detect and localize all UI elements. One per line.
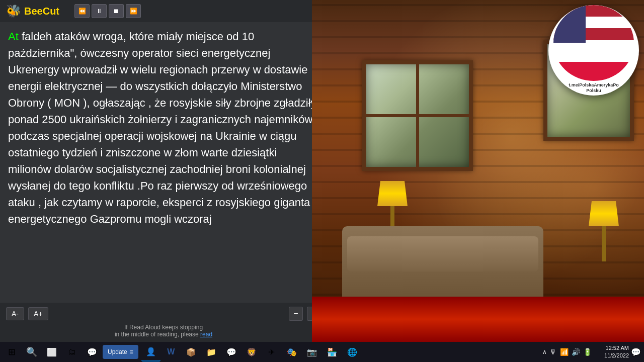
rewind-button[interactable]: ⏪ [74,4,90,18]
taskbar-pin4[interactable]: 🎭 [282,342,301,361]
notice-line2: in the middle of reading, please [115,331,200,338]
taskbar-pin-avatar[interactable]: 👤 [141,342,160,361]
read-aloud-notice: If Read Aloud keeps stopping in the midd… [6,324,321,338]
update-menu-icon: ≡ [130,348,133,355]
taskbar-whatsapp[interactable]: 💬 [222,342,241,361]
clock[interactable]: 12:52 AM 11/2/2022 [594,344,629,360]
channel-badge[interactable]: t.me/PolskaAmerykaPo Polsku [548,5,639,96]
article-text-content: faldeh ataków wroga, które miały miejsce… [8,30,316,225]
taskbar-widgets[interactable]: 🗂 [62,342,82,361]
sofa [342,226,543,302]
taskbar-search[interactable]: 🔍 [22,342,41,361]
taskbar-telegram[interactable]: ✈ [262,342,281,361]
pl-white [553,43,634,62]
us-canton [553,5,586,43]
tray-icons: ∧ 🎙 📶 🔊 🔋 [542,348,592,356]
pl-flag-half [553,43,634,80]
taskbar-gallery[interactable]: 📷 [302,342,321,361]
update-label: Update [108,348,127,355]
clock-date: 11/2/2022 [594,352,629,359]
taskbar-brave[interactable]: 🦁 [242,342,261,361]
font-increase-button[interactable]: A+ [28,307,48,320]
taskbar-chat[interactable]: 💬 [83,342,102,361]
taskbar-pin3[interactable]: 📦 [182,342,201,361]
clock-time: 12:52 AM [594,344,629,352]
taskbar-left: ⊞ 🔍 ⬜ 🗂 💬 Update ≡ 👤 W 📦 📁 [0,342,362,361]
floor-rug [312,297,644,342]
channel-subtext: Polsku [586,88,601,93]
taskbar-store[interactable]: 🏪 [323,342,342,361]
article-body: At faldeh ataków wroga, które miały miej… [8,28,319,227]
notice-line1: If Read Aloud keeps stopping [124,324,203,331]
taskbar-start[interactable]: ⊞ [2,342,21,361]
reader-panel: 🐝 BeeCut ⏪ ⏸ ⏹ ⏩ At faldeh ataków wroga,… [0,0,327,342]
update-button[interactable]: Update ≡ [103,345,138,359]
tray-sound[interactable]: 🔊 [572,348,580,356]
article-text-area[interactable]: At faldeh ataków wroga, które miały miej… [0,22,327,303]
beecut-bee-icon: 🐝 [6,4,21,18]
lamp-right [589,201,619,261]
tray-network[interactable]: 📶 [560,348,569,356]
background-image: t.me/PolskaAmerykaPo Polsku [312,0,644,342]
taskbar-files[interactable]: 📁 [202,342,221,361]
flag-circle [553,5,634,81]
tray-battery[interactable]: 🔋 [583,348,592,356]
controls-row: A- A+ − + [6,307,321,321]
beecut-header: 🐝 BeeCut ⏪ ⏸ ⏹ ⏩ [0,0,327,22]
font-decrease-button[interactable]: A- [6,307,24,320]
taskbar-taskview[interactable]: ⬜ [42,342,61,361]
highlighted-word: At [8,30,19,43]
stop-button[interactable]: ⏹ [109,4,124,18]
lamp-shade-right [589,201,619,226]
taskbar-edge[interactable]: 🌐 [343,342,362,361]
lamp-base-right [602,226,606,261]
taskbar-right: ∧ 🎙 📶 🔊 🔋 12:52 AM 11/2/2022 💬 [542,344,644,360]
read-aloud-link[interactable]: read [200,331,212,338]
tray-mic[interactable]: 🎙 [550,348,557,356]
beecut-logo: 🐝 BeeCut [6,4,59,18]
us-flag-half [553,5,634,43]
forward-button[interactable]: ⏩ [126,4,141,18]
speed-decrease-button[interactable]: − [289,307,303,321]
pl-red [553,62,634,81]
taskbar-notification-icon[interactable]: 💬 [631,347,641,357]
playback-controls: ⏪ ⏸ ⏹ ⏩ [74,4,141,18]
taskbar-word[interactable]: W [162,342,181,361]
bottom-controls: A- A+ − + If Read Aloud keeps stopping i… [0,303,327,342]
us-stripes [553,5,634,43]
channel-url: t.me/PolskaAmerykaPo [569,82,619,87]
tray-chevron[interactable]: ∧ [542,348,547,355]
beecut-title: BeeCut [24,6,59,17]
cabin-window-left [362,60,473,171]
lamp-shade-left [377,181,408,206]
taskbar: ⊞ 🔍 ⬜ 🗂 💬 Update ≡ 👤 W 📦 📁 [0,342,644,362]
pause-button[interactable]: ⏸ [92,4,107,18]
